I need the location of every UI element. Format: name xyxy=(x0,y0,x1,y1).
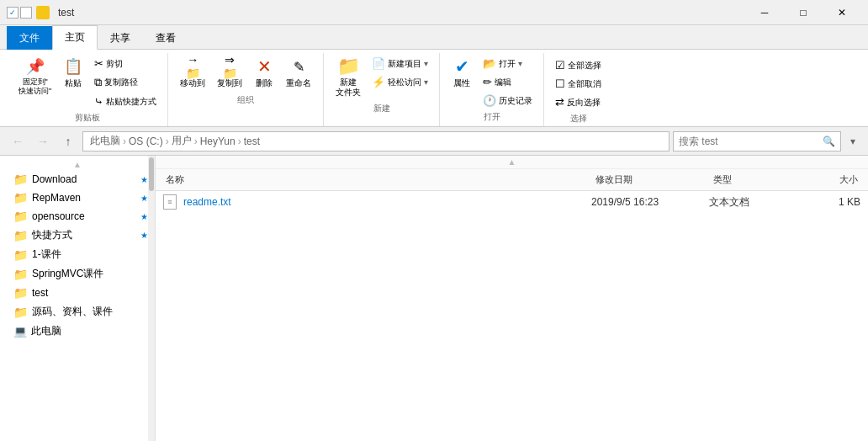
title-bar: ✓ test ─ □ ✕ xyxy=(0,0,868,25)
file-icon-txt xyxy=(163,194,178,210)
sidebar-scrollthumb xyxy=(149,157,154,191)
pin-to-quickaccess-button[interactable]: 📌 固定到"快速访问" xyxy=(13,53,56,99)
rename-icon: ✎ xyxy=(288,56,309,77)
rename-button[interactable]: ✎ 重命名 xyxy=(281,53,316,93)
file-type: 文本文档 xyxy=(709,195,793,210)
sidebar-item-label-repmaven: RepMaven xyxy=(32,192,81,204)
organize-buttons: →📁 移动到 ⇒📁 复制到 ✕ 删除 ✎ 重命名 xyxy=(175,53,316,93)
sidebar-item-label-quickaccess: 快捷方式 xyxy=(32,228,72,242)
sidebar-item-label-springmvc: SpringMVC课件 xyxy=(32,267,103,281)
moveto-button[interactable]: →📁 移动到 xyxy=(175,53,210,93)
scroll-up-file: ▲ xyxy=(156,156,868,169)
file-area: ▲ 名称 修改日期 类型 大小 readme.txt 2019/9/5 16:2… xyxy=(156,156,868,441)
easy-access-button[interactable]: ⚡ 轻松访问 ▾ xyxy=(368,73,432,91)
table-row[interactable]: readme.txt 2019/9/5 16:23 文本文档 1 KB xyxy=(156,191,868,213)
sidebar-item-source[interactable]: 📁 源码、资料、课件 xyxy=(0,302,155,321)
up-button[interactable]: ↑ xyxy=(57,130,79,152)
clipboard-label: 剪贴板 xyxy=(75,112,100,124)
ribbon-tabs: 文件 主页 共享 查看 xyxy=(0,25,868,50)
open-button[interactable]: 📂 打开 ▾ xyxy=(479,55,537,72)
invert-icon: ⇄ xyxy=(555,96,564,109)
file-date: 2019/9/5 16:23 xyxy=(591,196,709,208)
ribbon: 📌 固定到"快速访问" 📋 粘贴 ✂ 剪切 ⧉ 复制路径 ⤷ xyxy=(0,50,868,127)
path-part: 用户 xyxy=(172,134,192,148)
col-header-size[interactable]: 大小 xyxy=(794,173,861,186)
select-all-button[interactable]: ☑ 全部选择 xyxy=(551,56,606,74)
sidebar-item-test[interactable]: 📁 test xyxy=(0,284,155,302)
file-size: 1 KB xyxy=(793,196,860,208)
delete-button[interactable]: ✕ 删除 xyxy=(249,53,279,93)
paste-shortcut-button[interactable]: ⤷ 粘贴快捷方式 xyxy=(90,93,161,110)
folder-icon-springmvc: 📁 xyxy=(13,268,28,281)
select-none-button[interactable]: ☐ 全部取消 xyxy=(551,75,606,93)
copy-icon: ⧉ xyxy=(94,76,102,89)
sidebar-scrollbar[interactable] xyxy=(148,156,155,441)
tab-home[interactable]: 主页 xyxy=(52,25,98,50)
folder-icon-source: 📁 xyxy=(13,306,28,319)
history-button[interactable]: 🕐 历史记录 xyxy=(479,92,537,109)
moveto-icon: →📁 xyxy=(183,56,203,77)
edit-icon: ✏ xyxy=(483,76,492,88)
search-box[interactable]: 🔍 xyxy=(673,131,841,151)
folder-icon-opensource: 📁 xyxy=(13,210,28,223)
sidebar-item-1kejian[interactable]: 📁 1-课件 xyxy=(0,245,155,264)
sidebar-item-opensource[interactable]: 📁 opensource ★ xyxy=(0,207,155,226)
back-button[interactable]: ← xyxy=(7,130,29,152)
folder-icon-repmaven: 📁 xyxy=(13,191,28,205)
sidebar-item-repmaven[interactable]: 📁 RepMaven ★ xyxy=(0,189,155,207)
maximize-button[interactable]: □ xyxy=(784,0,823,25)
sidebar-item-label-test: test xyxy=(32,287,48,299)
address-path[interactable]: 此电脑 › OS (C:) › 用户 › HeyYun › test xyxy=(82,131,670,151)
open-small-col: 📂 打开 ▾ ✏ 编辑 🕐 历史记录 xyxy=(479,55,537,109)
delete-icon: ✕ xyxy=(254,56,274,77)
expand-button[interactable]: ▾ xyxy=(844,135,861,147)
tab-file[interactable]: 文件 xyxy=(7,26,52,50)
cut-icon: ✂ xyxy=(94,57,103,70)
copy-button[interactable]: ⧉ 复制路径 xyxy=(90,73,161,92)
copyto-icon: ⇒📁 xyxy=(220,56,240,77)
tab-share[interactable]: 共享 xyxy=(98,26,143,50)
clipboard-buttons: 📌 固定到"快速访问" 📋 粘贴 ✂ 剪切 ⧉ 复制路径 ⤷ xyxy=(13,53,161,110)
ribbon-group-new: 📁 新建文件夹 📄 新建项目 ▾ ⚡ 轻松访问 ▾ 新建 xyxy=(324,53,440,126)
col-header-name[interactable]: 名称 xyxy=(162,173,592,186)
ribbon-group-organize: →📁 移动到 ⇒📁 复制到 ✕ 删除 ✎ 重命名 组织 xyxy=(168,53,324,126)
tab-view[interactable]: 查看 xyxy=(143,26,188,50)
path-part: test xyxy=(244,135,260,147)
forward-button[interactable]: → xyxy=(32,130,54,152)
sidebar-item-label-thispc: 此电脑 xyxy=(31,324,61,338)
search-input[interactable] xyxy=(679,135,819,147)
new-small-col: 📄 新建项目 ▾ ⚡ 轻松访问 ▾ xyxy=(368,55,432,91)
file-list-header: 名称 修改日期 类型 大小 xyxy=(156,169,868,191)
checkbox-1: ✓ xyxy=(7,7,19,19)
minimize-button[interactable]: ─ xyxy=(745,0,784,25)
main-area: ▲ 📁 Download ★ 📁 RepMaven ★ 📁 opensource… xyxy=(0,156,868,441)
select-label: 选择 xyxy=(570,113,587,125)
new-folder-button[interactable]: 📁 新建文件夹 xyxy=(331,53,366,101)
edit-button[interactable]: ✏ 编辑 xyxy=(479,73,537,91)
copyto-button[interactable]: ⇒📁 复制到 xyxy=(212,53,247,93)
pin-icon: 📌 xyxy=(25,56,45,77)
col-header-date[interactable]: 修改日期 xyxy=(592,173,710,186)
invert-selection-button[interactable]: ⇄ 反向选择 xyxy=(551,93,606,111)
sidebar-item-download[interactable]: 📁 Download ★ xyxy=(0,170,155,189)
sidebar-item-thispc[interactable]: 💻 此电脑 xyxy=(0,321,155,341)
path-part: HeyYun xyxy=(200,135,236,147)
folder-icon-quickaccess: 📁 xyxy=(13,229,28,242)
history-icon: 🕐 xyxy=(483,94,496,107)
select-none-icon: ☐ xyxy=(555,77,565,90)
properties-button[interactable]: ✔ 属性 xyxy=(447,53,477,93)
col-header-type[interactable]: 类型 xyxy=(710,173,794,186)
title-bar-checks: ✓ xyxy=(7,6,50,19)
sidebar-item-quickaccess[interactable]: 📁 快捷方式 ★ xyxy=(0,226,155,245)
new-item-button[interactable]: 📄 新建项目 ▾ xyxy=(368,55,432,72)
sidebar: ▲ 📁 Download ★ 📁 RepMaven ★ 📁 opensource… xyxy=(0,156,156,441)
address-bar: ← → ↑ 此电脑 › OS (C:) › 用户 › HeyYun › test… xyxy=(0,127,868,156)
close-button[interactable]: ✕ xyxy=(823,0,861,25)
checkbox-2 xyxy=(20,7,32,19)
pin-icon-opensource: ★ xyxy=(140,212,148,221)
sidebar-item-springmvc[interactable]: 📁 SpringMVC课件 xyxy=(0,264,155,284)
sidebar-item-label-download: Download xyxy=(32,173,77,185)
cut-button[interactable]: ✂ 剪切 xyxy=(90,55,161,72)
ribbon-group-clipboard: 📌 固定到"快速访问" 📋 粘贴 ✂ 剪切 ⧉ 复制路径 ⤷ xyxy=(7,53,168,126)
paste-button[interactable]: 📋 粘贴 xyxy=(58,53,88,93)
